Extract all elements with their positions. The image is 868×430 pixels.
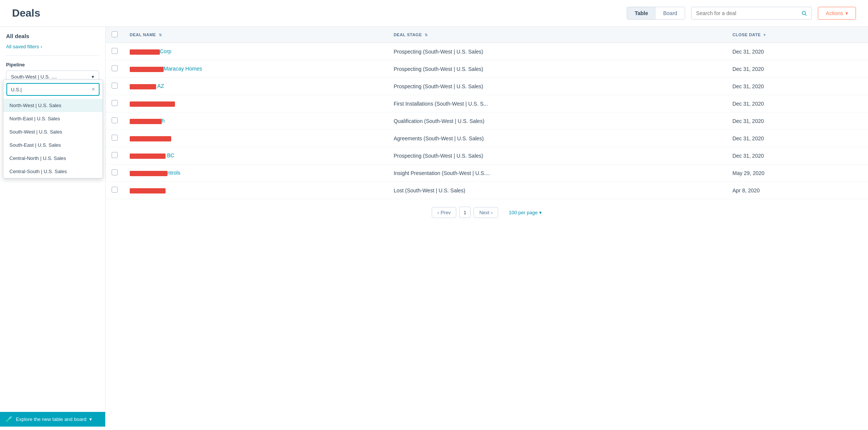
deal-name-link[interactable]: BC <box>130 152 174 158</box>
saved-filters-link[interactable]: All saved filters › <box>6 44 99 56</box>
deal-name-link[interactable]: h <box>130 118 165 124</box>
search-icon <box>801 10 807 16</box>
svg-line-1 <box>805 14 806 15</box>
row-checkbox[interactable] <box>112 152 118 158</box>
chevron-down-icon: ▾ <box>89 416 92 422</box>
deal-stage-cell: Agreements (South-West | U.S. Sales) <box>388 130 727 147</box>
close-date-cell: Dec 31, 2020 <box>726 43 868 60</box>
dropdown-item[interactable]: North-West | U.S. Sales <box>3 99 103 112</box>
dropdown-item[interactable]: Central-South | U.S. Sales <box>3 165 103 178</box>
pipeline-label: Pipeline <box>6 62 99 68</box>
checkbox-header <box>106 27 124 43</box>
deal-name-link[interactable]: Corp <box>130 48 171 54</box>
deal-stage-cell: Prospecting (South-West | U.S. Sales) <box>388 147 727 164</box>
deal-name-link[interactable]: ntrols <box>130 170 180 176</box>
explore-banner[interactable]: 🧪 Explore the new table and board ▾ <box>0 412 105 427</box>
deal-name-cell: Corp <box>124 43 388 60</box>
redacted-text <box>130 49 160 55</box>
redacted-text <box>130 101 175 107</box>
close-date-cell: Dec 31, 2020 <box>726 95 868 112</box>
deal-name-cell <box>124 182 388 199</box>
redacted-text <box>130 188 166 194</box>
dropdown-item[interactable]: South-West | U.S. Sales <box>3 125 103 138</box>
main-layout: All deals All saved filters › Pipeline S… <box>0 27 868 427</box>
deal-name-cell: AZ <box>124 78 388 95</box>
deal-stage-cell: Insight Presentation (South-West | U.S..… <box>388 164 727 182</box>
redacted-text <box>130 67 164 72</box>
deal-search-input[interactable] <box>696 10 798 16</box>
chevron-right-icon: › <box>491 210 492 215</box>
chevron-down-icon: ▾ <box>845 10 848 16</box>
row-checkbox[interactable] <box>112 169 118 175</box>
row-checkbox[interactable] <box>112 187 118 193</box>
deal-stage-cell: Prospecting (South-West | U.S. Sales) <box>388 60 727 78</box>
deal-name-cell: ntrols <box>124 164 388 182</box>
deal-stage-header[interactable]: DEAL STAGE ⇅ <box>388 27 727 43</box>
current-page-number[interactable]: 1 <box>459 207 471 218</box>
row-checkbox[interactable] <box>112 117 118 123</box>
deal-name-cell: h <box>124 112 388 130</box>
deal-name-header[interactable]: DEAL NAME ⇅ <box>124 27 388 43</box>
row-checkbox[interactable] <box>112 83 118 89</box>
sort-close-date-icon: ▾ <box>764 33 766 37</box>
close-date-header[interactable]: CLOSE DATE ▾ <box>726 27 868 43</box>
deal-name-link[interactable]: AZ <box>130 83 164 89</box>
close-date-cell: Dec 31, 2020 <box>726 78 868 95</box>
view-toggle: Table Board <box>627 7 685 20</box>
page-title: Deals <box>12 7 621 19</box>
deal-stage-cell: Prospecting (South-West | U.S. Sales) <box>388 43 727 60</box>
pipeline-dropdown-list: North-West | U.S. SalesNorth-East | U.S.… <box>3 99 103 178</box>
table-header-row: DEAL NAME ⇅ DEAL STAGE ⇅ CLOSE DATE ▾ <box>106 27 868 43</box>
chevron-right-icon: › <box>40 44 42 49</box>
row-checkbox[interactable] <box>112 100 118 106</box>
dropdown-search-box: × <box>6 83 100 96</box>
deals-table: DEAL NAME ⇅ DEAL STAGE ⇅ CLOSE DATE ▾ Co… <box>106 27 868 199</box>
sidebar-title: All deals <box>6 33 99 39</box>
per-page-selector[interactable]: 100 per page ▾ <box>509 210 542 215</box>
table-area: DEAL NAME ⇅ DEAL STAGE ⇅ CLOSE DATE ▾ Co… <box>106 27 868 427</box>
clear-search-button[interactable]: × <box>92 86 95 93</box>
close-date-cell: Dec 31, 2020 <box>726 112 868 130</box>
deal-name-link[interactable] <box>130 187 166 193</box>
table-row: BCProspecting (South-West | U.S. Sales)D… <box>106 147 868 164</box>
redacted-text <box>130 84 156 89</box>
deal-stage-cell: Prospecting (South-West | U.S. Sales) <box>388 78 727 95</box>
deal-name-link[interactable]: Maracay Homes <box>130 66 202 72</box>
deal-stage-cell: First Installations (South-West | U.S. S… <box>388 95 727 112</box>
select-all-checkbox[interactable] <box>112 31 118 37</box>
prev-page-button[interactable]: ‹ Prev <box>432 207 456 218</box>
row-checkbox[interactable] <box>112 65 118 71</box>
table-row: Lost (South-West | U.S. Sales)Apr 8, 202… <box>106 182 868 199</box>
redacted-text <box>130 154 166 159</box>
board-view-button[interactable]: Board <box>656 7 685 19</box>
redacted-text <box>130 171 167 176</box>
row-checkbox[interactable] <box>112 135 118 141</box>
next-page-button[interactable]: Next › <box>474 207 498 218</box>
table-row: hQualification (South-West | U.S. Sales)… <box>106 112 868 130</box>
table-row: CorpProspecting (South-West | U.S. Sales… <box>106 43 868 60</box>
chevron-left-icon: ‹ <box>437 210 439 215</box>
deal-name-cell <box>124 130 388 147</box>
deal-name-cell <box>124 95 388 112</box>
redacted-text <box>130 136 171 141</box>
close-date-cell: Dec 31, 2020 <box>726 147 868 164</box>
row-checkbox[interactable] <box>112 48 118 54</box>
deal-name-cell: Maracay Homes <box>124 60 388 78</box>
sort-deal-name-icon: ⇅ <box>159 33 162 37</box>
dropdown-item[interactable]: South-East | U.S. Sales <box>3 138 103 152</box>
pipeline-dropdown: × North-West | U.S. SalesNorth-East | U.… <box>3 80 103 178</box>
deal-name-link[interactable] <box>130 100 175 106</box>
svg-point-0 <box>802 11 806 15</box>
deal-search-box <box>691 7 812 20</box>
dropdown-item[interactable]: Central-North | U.S. Sales <box>3 152 103 165</box>
dropdown-search-input[interactable] <box>11 87 89 92</box>
table-view-button[interactable]: Table <box>627 7 656 19</box>
deal-name-link[interactable] <box>130 135 171 141</box>
close-date-cell: Apr 8, 2020 <box>726 182 868 199</box>
chevron-down-icon: ▾ <box>92 74 94 80</box>
dropdown-item[interactable]: North-East | U.S. Sales <box>3 112 103 125</box>
deal-stage-cell: Qualification (South-West | U.S. Sales) <box>388 112 727 130</box>
actions-button[interactable]: Actions ▾ <box>818 7 856 20</box>
table-row: Agreements (South-West | U.S. Sales)Dec … <box>106 130 868 147</box>
table-row: ntrolsInsight Presentation (South-West |… <box>106 164 868 182</box>
